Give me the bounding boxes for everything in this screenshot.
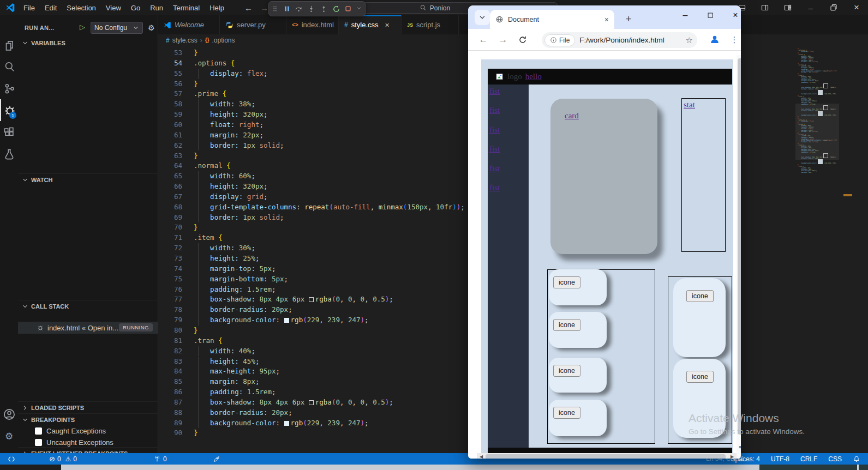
new-tab-button[interactable]: +: [621, 11, 636, 27]
scroll-right-arrow-icon[interactable]: ▶: [728, 453, 736, 459]
forward-icon[interactable]: →: [260, 3, 268, 13]
call-stack-session-row[interactable]: index.html « Open in... RUNNING: [18, 322, 158, 334]
restart-icon[interactable]: [332, 5, 340, 13]
hello-link[interactable]: hello: [525, 72, 542, 81]
menu-selection[interactable]: Selection: [62, 4, 100, 12]
minimize-button[interactable]: –: [799, 0, 822, 15]
remote-icon[interactable]: [8, 455, 15, 463]
sidebar-link-fist[interactable]: fist: [489, 164, 500, 173]
profile-avatar-icon[interactable]: [708, 33, 721, 46]
menu-terminal[interactable]: Terminal: [168, 4, 205, 12]
breakpoint-row[interactable]: Uncaught Exceptions: [18, 437, 158, 448]
checkbox[interactable]: [35, 427, 42, 435]
sidebar-link-fist[interactable]: fist: [489, 87, 500, 96]
activity-run-and-debug-icon[interactable]: 1: [0, 99, 18, 121]
url-file-chip[interactable]: File: [544, 34, 575, 46]
customize-layout-icon[interactable]: [776, 0, 799, 15]
breadcrumb-file[interactable]: style.css: [172, 37, 197, 44]
gear-icon[interactable]: ⚙: [148, 23, 155, 32]
back-icon[interactable]: ←: [244, 3, 253, 13]
icone-button[interactable]: icone: [686, 371, 714, 383]
browser-maximize-button[interactable]: [699, 5, 721, 25]
code-text: display: grid;: [194, 192, 268, 202]
section-loaded-scripts[interactable]: LOADED SCRIPTS: [18, 401, 158, 413]
menu-run[interactable]: Run: [145, 4, 168, 12]
menu-edit[interactable]: Edit: [40, 4, 62, 12]
menu-file[interactable]: File: [19, 4, 40, 12]
icone-button[interactable]: icone: [553, 319, 580, 331]
icone-button[interactable]: icone: [686, 290, 714, 302]
activity-settings-icon[interactable]: ⚙: [0, 425, 18, 447]
browser-menu-icon[interactable]: ⋮: [728, 33, 741, 46]
warning-icon[interactable]: ⚠0: [65, 455, 77, 463]
status-crlf[interactable]: CRLF: [800, 455, 817, 463]
stop-icon[interactable]: [344, 5, 352, 13]
close-button[interactable]: ×: [845, 0, 868, 15]
sidebar-link-fist[interactable]: fist: [489, 125, 500, 135]
activity-source-control-icon[interactable]: [0, 77, 18, 99]
step-over-icon[interactable]: [295, 5, 303, 13]
step-into-icon[interactable]: [307, 5, 315, 13]
section-variables[interactable]: VARIABLES: [18, 37, 158, 49]
icone-button[interactable]: icone: [553, 365, 580, 377]
tab-index-html[interactable]: <>index.html: [286, 15, 339, 34]
tab-search-button[interactable]: [475, 10, 490, 25]
menu-help[interactable]: Help: [205, 4, 229, 12]
scrollbar-thumb[interactable]: [738, 58, 741, 435]
bell-icon[interactable]: [853, 455, 860, 463]
tab-close-icon[interactable]: ×: [604, 15, 609, 24]
card-link[interactable]: card: [565, 111, 579, 120]
section-call-stack[interactable]: CALL STACK: [18, 300, 158, 312]
step-out-icon[interactable]: [320, 5, 328, 13]
sidebar-link-fist[interactable]: fist: [489, 144, 500, 154]
sidebar-link-fist[interactable]: fist: [489, 106, 500, 115]
status-utf-8[interactable]: UTF-8: [771, 455, 789, 463]
icone-button[interactable]: icone: [553, 276, 580, 288]
tab-close-icon[interactable]: ×: [385, 21, 390, 29]
tab-script-js[interactable]: JSscript.js: [402, 15, 459, 34]
icone-button[interactable]: icone: [553, 407, 580, 419]
browser-close-button[interactable]: ×: [725, 5, 741, 25]
start-debug-icon[interactable]: ▷: [80, 23, 85, 31]
activity-extensions-icon[interactable]: [0, 121, 18, 143]
browser-forward-icon[interactable]: →: [496, 33, 510, 46]
debug-config-dropdown[interactable]: No Configu: [91, 22, 143, 34]
scroll-left-arrow-icon[interactable]: ◀: [477, 453, 485, 459]
menu-view[interactable]: View: [101, 4, 126, 12]
browser-minimize-button[interactable]: –: [674, 5, 696, 25]
checkbox[interactable]: [35, 439, 42, 446]
activity-search-icon[interactable]: [0, 56, 18, 77]
status-css[interactable]: CSS: [828, 455, 842, 463]
section-watch[interactable]: WATCH: [18, 173, 158, 185]
activity-testing-icon[interactable]: [0, 143, 18, 165]
browser-tab[interactable]: Document ×: [490, 10, 614, 29]
page-horizontal-scrollbar[interactable]: ◀ ▶: [477, 453, 737, 459]
scroll-down-arrow-icon[interactable]: ▼: [737, 443, 741, 452]
split-editor-icon[interactable]: [753, 0, 776, 15]
breakpoint-row[interactable]: Caught Exceptions: [18, 425, 158, 437]
chevron-down-icon[interactable]: [356, 5, 363, 12]
restore-button[interactable]: [822, 0, 845, 15]
page-vertical-scrollbar[interactable]: ▼: [737, 55, 741, 459]
stat-link[interactable]: stat: [684, 100, 695, 110]
browser-back-icon[interactable]: ←: [477, 33, 490, 46]
breadcrumb-symbol[interactable]: .options: [212, 37, 235, 44]
section-breakpoints[interactable]: BREAKPOINTS: [18, 413, 158, 425]
scrollbar-thumb[interactable]: [486, 454, 726, 459]
activity-explorer-icon[interactable]: [0, 34, 18, 56]
bookmark-star-icon[interactable]: ☆: [686, 35, 693, 45]
error-icon[interactable]: ⊘0: [49, 455, 61, 463]
browser-reload-icon[interactable]: [516, 33, 529, 46]
tab-server-py[interactable]: server.py: [220, 15, 286, 34]
tab-style-css[interactable]: #style.css×: [339, 15, 402, 34]
launch-icon[interactable]: [213, 455, 220, 463]
minimap-visible-region[interactable]: [795, 104, 839, 160]
pause-icon[interactable]: [283, 5, 291, 13]
address-bar[interactable]: File F:/work/Ponion/index.html ☆: [542, 32, 697, 48]
ports-icon[interactable]: 0: [153, 455, 167, 463]
tab-Welcome[interactable]: Welcome: [158, 15, 220, 34]
drag-handle-icon[interactable]: [271, 5, 279, 13]
sidebar-link-fist[interactable]: fist: [489, 183, 500, 192]
activity-accounts-icon[interactable]: [0, 403, 18, 425]
menu-go[interactable]: Go: [126, 4, 145, 12]
